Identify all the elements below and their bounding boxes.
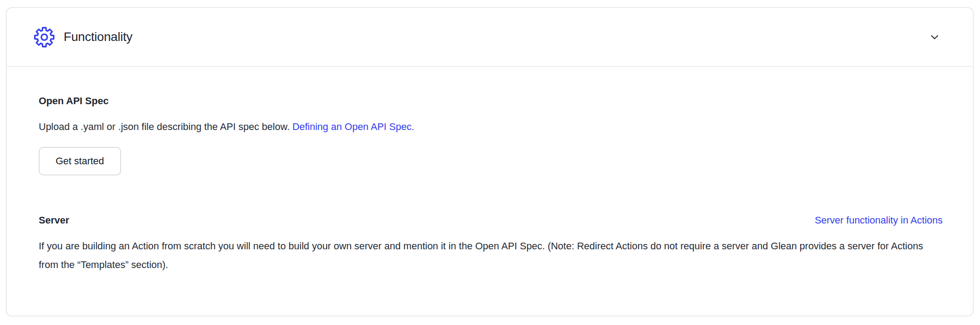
defining-open-api-spec-link[interactable]: Defining an Open API Spec. xyxy=(292,121,414,132)
gear-icon xyxy=(34,27,55,48)
functionality-panel: Functionality Open API Spec Upload a .ya… xyxy=(6,7,974,317)
panel-body: Open API Spec Upload a .yaml or .json fi… xyxy=(7,67,973,274)
chevron-down-icon[interactable] xyxy=(927,30,942,44)
get-started-button[interactable]: Get started xyxy=(39,147,121,175)
open-api-spec-description-text: Upload a .yaml or .json file describing … xyxy=(39,121,292,132)
server-description: If you are building an Action from scrat… xyxy=(39,237,943,274)
open-api-spec-description: Upload a .yaml or .json file describing … xyxy=(39,118,943,136)
open-api-spec-section: Open API Spec Upload a .yaml or .json fi… xyxy=(39,94,943,175)
server-row: Server Server functionality in Actions xyxy=(39,214,943,227)
functionality-panel-header[interactable]: Functionality xyxy=(7,8,973,67)
panel-title: Functionality xyxy=(64,30,133,44)
open-api-spec-label: Open API Spec xyxy=(39,94,943,108)
server-label: Server xyxy=(39,214,69,227)
server-functionality-link[interactable]: Server functionality in Actions xyxy=(815,215,943,226)
server-section: Server Server functionality in Actions I… xyxy=(39,214,943,274)
